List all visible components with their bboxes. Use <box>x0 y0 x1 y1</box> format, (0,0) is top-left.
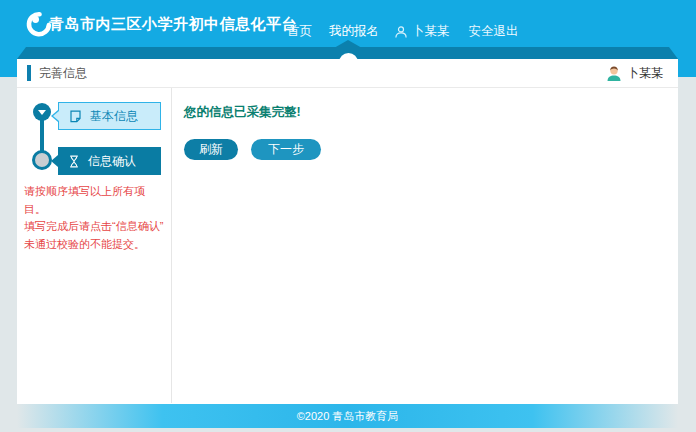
step-2-marker <box>32 150 52 170</box>
app-window: 青岛市内三区小学升初中信息化平台 首页 我的报名 卜某某 安全退出 <box>0 0 696 432</box>
step-1-marker <box>33 103 51 121</box>
hourglass-icon <box>68 155 80 168</box>
user-chip-name: 卜某某 <box>627 65 663 82</box>
main-content: 您的信息已采集完整! 刷新 下一步 <box>172 88 678 403</box>
refresh-button[interactable]: 刷新 <box>184 139 238 160</box>
figure-logo-icon <box>25 11 52 38</box>
step-basic-info[interactable]: 基本信息 <box>58 102 161 130</box>
button-row: 刷新 下一步 <box>184 139 668 160</box>
step-label: 基本信息 <box>90 108 138 125</box>
nav-item-logout[interactable]: 安全退出 <box>469 23 519 40</box>
title-accent-bar <box>27 65 31 81</box>
app-title: 青岛市内三区小学升初中信息化平台 <box>49 15 297 34</box>
steps-sidebar: 基本信息 信息确认 请按顺序填写以上所有项目。 填写完成后请点击“信息确认” <box>17 88 172 403</box>
nav-item-home[interactable]: 首页 <box>287 23 312 40</box>
next-step-button[interactable]: 下一步 <box>251 139 321 160</box>
content-panel: 完善信息 卜某某 <box>17 59 678 404</box>
panel-body: 基本信息 信息确认 请按顺序填写以上所有项目。 填写完成后请点击“信息确认” <box>17 88 678 403</box>
content-container: 完善信息 卜某某 <box>17 47 678 428</box>
step-tail-fill <box>53 111 59 121</box>
header-nav: 首页 我的报名 卜某某 安全退出 <box>287 23 519 40</box>
document-icon <box>69 110 82 123</box>
user-avatar <box>606 65 622 81</box>
page-footer: ©2020 青岛市教育局 <box>17 404 678 428</box>
nav-item-current-user[interactable]: 卜某某 <box>394 23 450 40</box>
active-tab-bump <box>339 53 358 72</box>
note-line: 填写完成后请点击“信息确认” <box>24 218 166 236</box>
status-message: 您的信息已采集完整! <box>184 104 668 121</box>
nav-item-my-registration[interactable]: 我的报名 <box>329 23 379 40</box>
step-label: 信息确认 <box>88 153 136 170</box>
step-tail <box>51 155 58 167</box>
user-chip: 卜某某 <box>606 65 663 82</box>
page-title: 完善信息 <box>39 65 87 82</box>
user-outline-icon <box>394 25 408 39</box>
sidebar-notes: 请按顺序填写以上所有项目。 填写完成后请点击“信息确认” 未通过校验的不能提交。 <box>24 183 166 253</box>
note-line: 未通过校验的不能提交。 <box>24 236 166 254</box>
nav-user-name: 卜某某 <box>412 23 450 40</box>
step-info-confirm[interactable]: 信息确认 <box>58 147 161 175</box>
chevron-down-icon <box>38 110 46 115</box>
note-line: 请按顺序填写以上所有项目。 <box>24 183 166 218</box>
